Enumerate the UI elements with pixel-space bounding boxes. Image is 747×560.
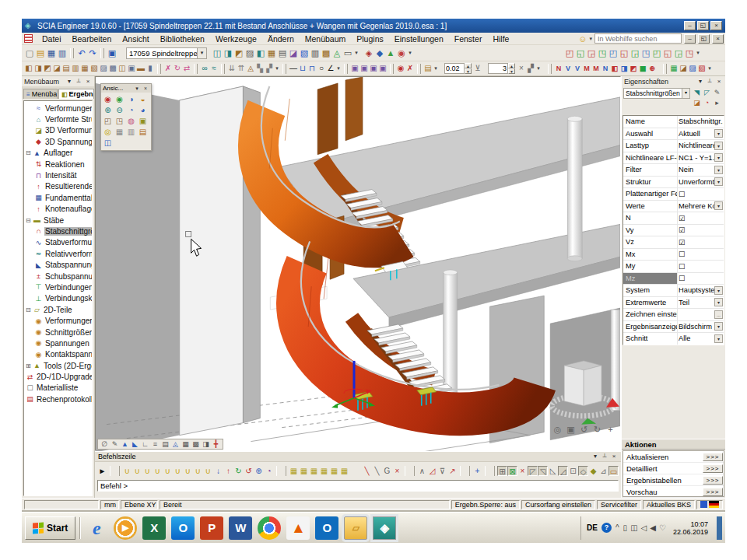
display-tool-icon[interactable]: ∅ [100, 439, 110, 449]
menu-item[interactable]: Werkzeuge [210, 33, 262, 44]
property-dropdown-icon[interactable]: ▾ [714, 142, 723, 150]
snap-tool-icon[interactable]: ◇ [578, 466, 588, 476]
property-value[interactable]: Hauptsystem [679, 286, 714, 294]
tray-network-icon[interactable]: ◁ [641, 523, 647, 532]
action-execute-button[interactable]: >>> [703, 453, 723, 461]
tool-icon[interactable]: ⇊ [227, 63, 237, 74]
tray-health-icon[interactable]: ♡ [659, 523, 666, 532]
command-tool-icon[interactable]: ↺ [244, 466, 254, 476]
command-tool-icon[interactable]: ↓ [213, 466, 223, 476]
tree-item[interactable]: ≈ Verformungen [24, 103, 92, 114]
tool-icon[interactable]: ◫ [117, 63, 127, 74]
tool-icon[interactable]: ▦ [80, 63, 89, 74]
property-row[interactable]: Nichtlineare LF-Kombina... NC1 - Y=1.0 ▾ [623, 152, 724, 165]
tool-icon[interactable] [282, 64, 286, 74]
scale-anchor-icon[interactable]: ⊻ [473, 63, 482, 74]
3d-viewport[interactable]: Ansic... ▾× ◉◉◑◒⊕⊖◔◕◰◳◍▣◎▦▥▤◫ ∅✎▲◣∟≡▤◬▦▩… [95, 76, 621, 451]
panel-menu-icon[interactable]: ▾ [65, 78, 73, 86]
internet-explorer-icon[interactable]: e [85, 516, 108, 540]
precision-input[interactable] [444, 63, 465, 74]
snap-tool-icon[interactable]: ⊞ [497, 466, 507, 476]
property-value[interactable]: Alle [679, 334, 714, 342]
tool-icon[interactable]: ▣ [127, 63, 136, 74]
smiley-dropdown-icon[interactable]: ▾ [589, 36, 592, 42]
tool-icon[interactable]: ▞ [265, 63, 274, 74]
result-tool-icon[interactable]: M [591, 63, 601, 74]
feedback-smiley-icon[interactable]: ☺ [578, 34, 587, 44]
tool-icon[interactable] [100, 48, 104, 58]
command-tool-icon[interactable]: ▦ [309, 466, 319, 476]
property-value[interactable]: Bildschirm [679, 323, 714, 331]
tray-device-icon[interactable]: ◫ [630, 523, 637, 532]
panel-pin-icon[interactable]: ┬ [75, 78, 82, 86]
project-selector[interactable]: 17059 Spindeltreppe ▾ [126, 47, 207, 59]
tool-icon[interactable]: ∠ [326, 63, 335, 74]
command-tool-icon[interactable]: ▦ [329, 466, 339, 476]
tree-item[interactable]: ⊟ ▱ 2D-Teile [24, 304, 92, 315]
tree-item[interactable]: ↑ Resultierende der Re [24, 181, 92, 192]
mdi-minimize-button[interactable]: – [684, 34, 696, 44]
action-row[interactable]: Ergebnistabellen >>> [623, 474, 724, 486]
menu-item[interactable]: Bearbeiten [67, 33, 117, 44]
tree-item[interactable]: ↑ Knotenauflager-Resu [24, 204, 92, 215]
view-tool-icon[interactable]: ▣ [137, 116, 149, 127]
property-row[interactable]: My ☐ [623, 261, 724, 273]
snap-tool-icon[interactable]: × [392, 466, 402, 476]
action-execute-button[interactable]: >>> [703, 476, 723, 485]
view-tool-icon[interactable]: ◲ [586, 47, 597, 58]
snap-tool-icon[interactable] [405, 466, 415, 476]
tool-icon[interactable]: ▦ [669, 63, 679, 74]
tool-icon[interactable]: ▮ [146, 63, 155, 74]
tool-icon[interactable]: ○ [317, 63, 326, 74]
tool-icon[interactable]: ✗ [163, 63, 173, 74]
property-row[interactable]: Werte Mehrere Kom. ▾ [623, 201, 724, 213]
action-execute-button[interactable]: >>> [703, 464, 723, 473]
result-tool-icon[interactable]: ◩ [629, 63, 638, 74]
menu-item[interactable]: Datei [37, 33, 67, 44]
property-value[interactable]: ☑ [679, 214, 723, 222]
display-tool-icon[interactable]: ╋ [211, 439, 221, 449]
property-row[interactable]: Filter Nein ▾ [623, 164, 724, 177]
tool-icon[interactable]: ▨ [244, 47, 255, 58]
tool-icon[interactable]: ▾ [433, 63, 439, 74]
panel-close-icon[interactable]: × [610, 453, 618, 460]
property-row[interactable]: Mz ☐ [623, 273, 724, 285]
view-tool-icon[interactable]: ◒ [137, 94, 149, 105]
tool-icon[interactable] [344, 64, 348, 74]
snap-tool-icon[interactable] [460, 466, 470, 476]
tool-icon[interactable]: ▣ [378, 63, 388, 74]
status-cursor-snap[interactable]: Cursorfang einstellen [521, 500, 595, 509]
tree-item[interactable]: ⊞ ▲ Tools (2D-Ergebnisse) [24, 360, 92, 371]
tree-expander-icon[interactable]: ⊞ [26, 362, 33, 369]
property-tool-icon[interactable]: ◔ [702, 98, 712, 108]
property-value[interactable]: Aktuell [679, 130, 714, 138]
command-tool-icon[interactable]: ◔ [264, 466, 274, 476]
view-tool-icon[interactable]: ◲ [630, 47, 640, 58]
command-tool-icon[interactable]: ▦ [299, 466, 309, 476]
view-tool-icon[interactable]: ◰ [102, 116, 114, 127]
tool-icon[interactable]: ▤ [277, 47, 288, 58]
command-tool-icon[interactable]: ▦ [289, 466, 299, 476]
tool-icon[interactable]: ▨ [688, 63, 697, 74]
tree-item[interactable]: ⊥ Verbindungskräfte [24, 293, 92, 304]
print-icon[interactable]: ▥ [57, 47, 68, 58]
result-tool-icon[interactable]: N [601, 63, 610, 74]
undo-icon[interactable]: ↶ [76, 47, 87, 58]
tree-item[interactable]: ⊓ Intensität [24, 170, 92, 180]
tool-icon[interactable]: — [289, 63, 298, 74]
view-toolbar-menu-icon[interactable]: ▾ [133, 85, 141, 93]
snap-tool-icon[interactable]: ↗ [447, 466, 458, 476]
tree-expander-icon[interactable]: ⊟ [26, 306, 33, 313]
property-row[interactable]: Auswahl Aktuell ▾ [623, 128, 724, 141]
panel-menu-icon[interactable]: ▾ [696, 78, 704, 86]
command-tool-icon[interactable]: ▦ [319, 466, 329, 476]
property-value[interactable]: ☑ [679, 238, 723, 247]
tree-expander-icon[interactable]: ⊟ [26, 149, 33, 156]
tool-icon[interactable]: ◨ [223, 47, 233, 58]
status-current-ucs[interactable]: Aktuelles BKS [643, 500, 695, 509]
tool-icon[interactable]: ▦ [266, 47, 277, 58]
mdi-restore-button[interactable]: ◱ [698, 34, 710, 44]
tree-item[interactable]: ☐ Materialliste [24, 383, 92, 394]
tree-item[interactable]: ▤ Rechenprotokoll [24, 394, 92, 404]
tree-item[interactable]: ◉ Kontaktspannungen [24, 349, 92, 360]
